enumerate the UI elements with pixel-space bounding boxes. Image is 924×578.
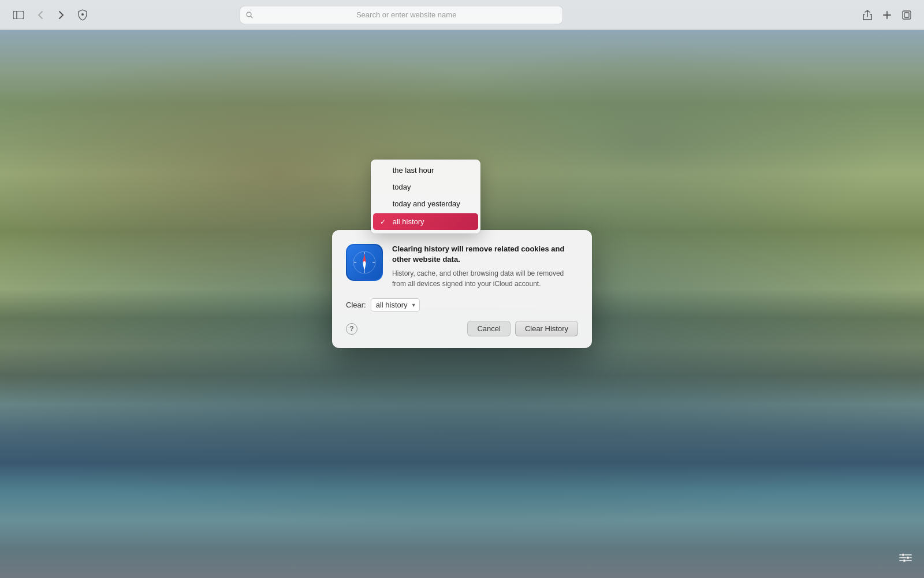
svg-marker-11: [363, 262, 366, 271]
dialog-overlay: Clearing history will remove related coo…: [0, 0, 924, 578]
dropdown-option-label: the last hour: [393, 166, 434, 175]
dialog-body: History, cache, and other browsing data …: [392, 268, 578, 289]
compass-icon: [352, 250, 377, 275]
dropdown-option-today-yesterday[interactable]: today and yesterday: [371, 195, 480, 212]
dropdown-option-label: today: [393, 183, 411, 191]
safari-app-icon: [346, 244, 383, 281]
clear-history-dialog: Clearing history will remove related coo…: [332, 230, 592, 348]
dialog-buttons: ? Cancel Clear History: [346, 321, 578, 336]
dropdown-selected-value: all history: [376, 301, 408, 309]
cancel-button[interactable]: Cancel: [467, 321, 510, 336]
dropdown-menu: the last hour today today and yesterday …: [371, 160, 480, 234]
dialog-title: Clearing history will remove related coo…: [392, 244, 578, 265]
clear-history-button[interactable]: Clear History: [515, 321, 578, 336]
help-button[interactable]: ?: [346, 323, 357, 335]
dropdown-wrapper[interactable]: all history ▼ the last hour today: [371, 298, 420, 312]
checkmark-selected-icon: ✓: [380, 218, 388, 226]
clear-row: Clear: all history ▼ the last hour today: [346, 298, 578, 312]
svg-point-12: [363, 261, 366, 264]
dropdown-option-all-history[interactable]: ✓ all history: [373, 213, 478, 230]
dropdown-option-label: today and yesterday: [393, 199, 460, 208]
dropdown-option-today[interactable]: today: [371, 179, 480, 195]
svg-marker-10: [363, 254, 366, 262]
dialog-text-content: Clearing history will remove related coo…: [392, 244, 578, 289]
button-group: Cancel Clear History: [467, 321, 578, 336]
dropdown-chevron-icon: ▼: [411, 302, 416, 308]
dialog-header: Clearing history will remove related coo…: [346, 244, 578, 289]
history-range-dropdown[interactable]: all history ▼: [371, 298, 420, 312]
dropdown-option-last-hour[interactable]: the last hour: [371, 162, 480, 179]
clear-label: Clear:: [346, 301, 366, 309]
dropdown-option-label: all history: [393, 217, 424, 226]
